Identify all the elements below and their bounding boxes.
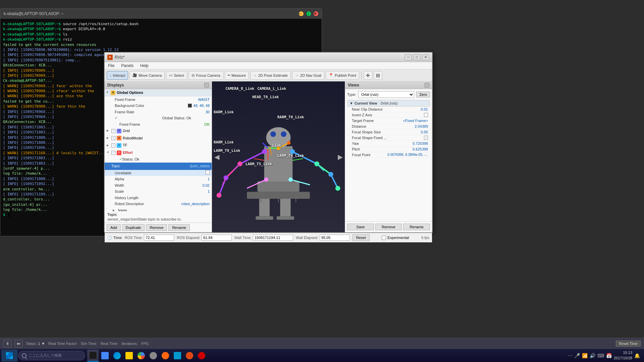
topic-item[interactable]: ▼ Topic /joint_states bbox=[105, 163, 212, 170]
toolbar-select-btn[interactable]: ▭ Select bbox=[166, 71, 187, 80]
ros-elapsed-input[interactable] bbox=[202, 235, 232, 241]
displays-content[interactable]: ▼ G Global Options Fixed Frame WAIST Bac… bbox=[105, 89, 212, 211]
remove-display-btn[interactable]: Remove bbox=[146, 224, 167, 231]
tf-item[interactable]: ▶ ✓ T TF bbox=[105, 142, 212, 149]
rviz-minimize-btn[interactable]: ─ bbox=[405, 54, 412, 60]
terminal-maximize-btn[interactable]: □ bbox=[306, 11, 311, 16]
views-zero-btn[interactable]: Zero bbox=[416, 92, 430, 98]
robot-description-row[interactable]: Robot Description robot_description bbox=[105, 201, 212, 207]
tray-time[interactable]: 15:13 2017/10/28 bbox=[614, 350, 632, 361]
3d-viewport[interactable]: CAMERA_R_Link CAMERA_L_Link HEAD_T0_Link… bbox=[212, 81, 345, 232]
tray-sound-icon[interactable]: 🔊 bbox=[590, 353, 595, 358]
viewport-arrow-left[interactable]: ◀ bbox=[213, 147, 221, 167]
tf-checkbox[interactable]: ✓ bbox=[111, 143, 115, 147]
menu-panels[interactable]: Panels bbox=[120, 63, 135, 69]
toolbar-extra-btn1[interactable]: ✛ bbox=[364, 71, 372, 80]
target-frame-row[interactable]: Target Frame <Fixed Frame> bbox=[347, 118, 430, 124]
focal-point-row[interactable]: Focal Point 0.0076996; 8.3884e-05; -... bbox=[347, 152, 430, 158]
duplicate-display-btn[interactable]: Duplicate bbox=[122, 224, 145, 231]
frame-rate-row[interactable]: Frame Rate 30 bbox=[105, 109, 212, 115]
current-view-header[interactable]: ▼ Current View Orbit (rviz) bbox=[347, 100, 430, 107]
focus-camera-icon: ◎ bbox=[192, 73, 195, 77]
taskbar-store[interactable] bbox=[172, 350, 183, 362]
taskbar-ubuntu[interactable] bbox=[184, 350, 195, 362]
toolbar-publish-point-btn[interactable]: 📍 Publish Point bbox=[326, 71, 359, 80]
tray-expand-icon[interactable]: ⋯ bbox=[568, 353, 572, 358]
menu-file[interactable]: File bbox=[107, 63, 116, 69]
toolbar-measure-btn[interactable]: ━ Measure bbox=[225, 71, 249, 80]
views-panel-btn[interactable] bbox=[425, 83, 429, 87]
displays-panel-btn[interactable] bbox=[204, 83, 209, 87]
wall-time-input[interactable] bbox=[253, 235, 293, 241]
wall-elapsed-input[interactable] bbox=[320, 235, 350, 241]
taskbar-search[interactable]: ここに入力して検索 bbox=[18, 351, 85, 360]
toolbar-nav-goal-btn[interactable]: → 2D Nav Goal bbox=[292, 71, 324, 80]
focal-shape-fixed-check[interactable]: ✓ bbox=[424, 136, 428, 140]
global-options-item[interactable]: ▼ G Global Options bbox=[105, 89, 212, 97]
pitch-row[interactable]: Pitch 0.625398 bbox=[347, 146, 430, 152]
views-save-btn[interactable]: Save bbox=[347, 224, 374, 230]
fixed-frame-ok-row[interactable]: Fixed Frame OK bbox=[105, 121, 212, 128]
taskbar-chrome[interactable] bbox=[136, 350, 147, 362]
taskbar-edge[interactable] bbox=[111, 350, 123, 362]
effort-checkbox[interactable]: ✓ bbox=[111, 151, 115, 155]
distance-row[interactable]: Distance 2.04389 bbox=[347, 124, 430, 129]
taskbar-files[interactable] bbox=[99, 350, 111, 362]
grid-item[interactable]: ▶ ✓ G Grid bbox=[105, 127, 212, 135]
yaw-row[interactable]: Yaw 0.720398 bbox=[347, 141, 430, 146]
add-display-btn[interactable]: Add bbox=[107, 224, 121, 231]
joints-item[interactable]: ▶ Joints bbox=[105, 207, 212, 211]
svg-point-8 bbox=[270, 131, 276, 137]
near-clip-row[interactable]: Near Clip Distance 0.01 bbox=[347, 107, 430, 112]
sim-step-btn[interactable]: ⏭ bbox=[15, 340, 23, 347]
robotmodel-checkbox[interactable]: ✓ bbox=[111, 136, 115, 140]
unreliable-checkbox[interactable] bbox=[206, 170, 210, 174]
start-button[interactable] bbox=[1, 350, 17, 362]
robotmodel-item[interactable]: ▶ ✓ R RobotModel bbox=[105, 135, 212, 142]
toolbar-focus-camera-btn[interactable]: ◎ Focus Camera bbox=[189, 71, 223, 80]
tray-keyboard-icon[interactable]: ⌨ bbox=[597, 353, 604, 358]
focal-shape-fixed-row[interactable]: Focal Shape Fixed ... ✓ bbox=[347, 135, 430, 141]
toolbar-pose-estimate-btn[interactable]: → 2D Pose Estimate bbox=[250, 71, 291, 80]
sim-pause-btn[interactable]: ⏸ bbox=[3, 340, 11, 347]
width-row[interactable]: Width 0.02 bbox=[105, 182, 212, 189]
invert-z-row[interactable]: Invert Z Axis bbox=[347, 112, 430, 118]
global-status-row[interactable]: ✓ Global Status: Ok bbox=[105, 115, 212, 121]
views-type-select[interactable]: Orbit (rviz) bbox=[358, 91, 414, 98]
rviz-close-btn[interactable]: ✕ bbox=[422, 54, 429, 60]
terminal-minimize-btn[interactable]: ─ bbox=[299, 11, 304, 16]
history-length-row[interactable]: History Length bbox=[105, 195, 212, 201]
toolbar-move-camera-btn[interactable]: 🎥 Move Camera bbox=[129, 71, 165, 80]
unreliable-row[interactable]: Unreliable bbox=[105, 170, 212, 176]
viewport-arrow-right[interactable]: ▶ bbox=[336, 147, 344, 167]
views-rename-btn[interactable]: Rename bbox=[403, 224, 430, 230]
fixed-frame-row[interactable]: Fixed Frame WAIST bbox=[105, 97, 212, 103]
focal-shape-size-row[interactable]: Focal Shape Size 0.05 bbox=[347, 129, 430, 135]
scale-row[interactable]: Scale 1 bbox=[105, 188, 212, 195]
taskbar-terminal[interactable] bbox=[87, 350, 99, 362]
taskbar-folder[interactable] bbox=[123, 350, 135, 362]
grid-checkbox[interactable]: ✓ bbox=[111, 129, 115, 133]
toolbar-extra-btn2[interactable]: ⊟ bbox=[374, 71, 382, 80]
taskbar-red[interactable] bbox=[196, 350, 207, 362]
ros-time-input[interactable] bbox=[144, 235, 174, 241]
tray-notification-icon[interactable]: 🔔 bbox=[634, 353, 640, 358]
background-color-row[interactable]: Background Color 48; 48; 48 bbox=[105, 103, 212, 109]
effort-item[interactable]: ▼ ✓ E Effort bbox=[105, 149, 212, 157]
invert-z-checkbox[interactable] bbox=[424, 113, 428, 117]
rename-display-btn[interactable]: Rename bbox=[168, 224, 190, 231]
taskbar-gear[interactable] bbox=[148, 350, 159, 362]
time-reset-btn[interactable]: Reset bbox=[353, 234, 370, 241]
rviz-maximize-btn[interactable]: □ bbox=[413, 54, 421, 60]
taskbar-firefox[interactable] bbox=[160, 350, 171, 362]
toolbar-interact-btn[interactable]: ↕ Interact bbox=[107, 71, 128, 80]
alpha-row[interactable]: Alpha 1 bbox=[105, 176, 212, 182]
menu-help[interactable]: Help bbox=[139, 63, 150, 69]
reset-time-btn[interactable]: Reset Time bbox=[616, 341, 641, 347]
tray-network-icon[interactable]: 📶 bbox=[582, 353, 588, 358]
views-remove-btn[interactable]: Remove bbox=[375, 224, 402, 230]
terminal-close-btn[interactable]: ✕ bbox=[314, 11, 318, 16]
effort-status-row[interactable]: ✓ Status: Ok bbox=[105, 156, 212, 163]
experimental-checkbox[interactable] bbox=[382, 236, 386, 240]
tray-mic-icon[interactable]: 🎤 bbox=[574, 353, 580, 358]
